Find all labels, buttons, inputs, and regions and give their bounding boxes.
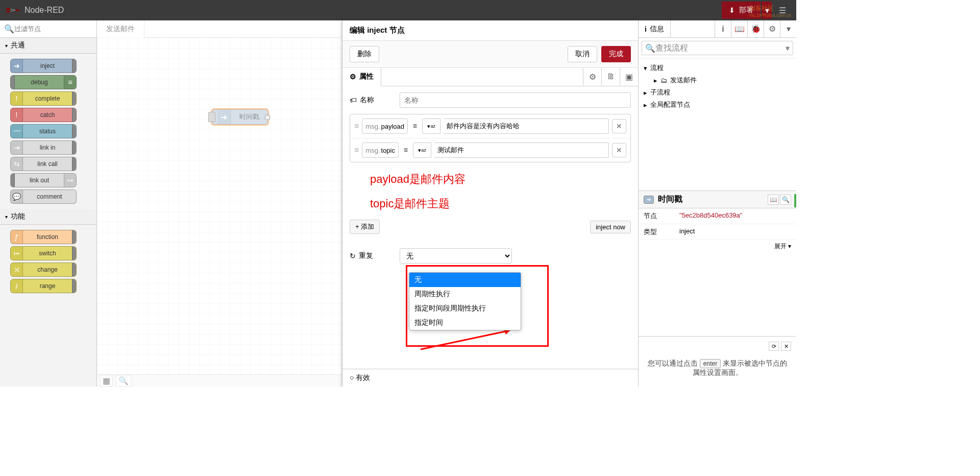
palette-category-common[interactable]: ▾共通 (0, 38, 96, 54)
dropdown-option[interactable]: 周期性执行 (409, 287, 521, 301)
palette-node-link-out[interactable]: link out↦ (10, 173, 77, 187)
function-icon: ƒ (11, 230, 23, 244)
description-icon[interactable]: 🗎 (601, 68, 620, 85)
add-row-button[interactable]: + 添加 (350, 220, 380, 234)
arrow-right-icon: ➔ (11, 59, 23, 73)
flow-icon: 🗂 (660, 77, 667, 84)
palette-node-debug[interactable]: debug≡ (10, 75, 77, 89)
msg-key-input[interactable]: msg.payload (362, 118, 408, 134)
appearance-icon[interactable]: ▣ (620, 68, 638, 85)
link-in-icon: ⇥ (11, 141, 23, 154)
dropdown-option[interactable]: 指定时间段周期性执行 (409, 301, 521, 316)
search-icon[interactable]: 🔍 (780, 195, 791, 205)
sidebar-tree: ▾流程 ▸🗂发送邮件 ▸子流程 ▸全局配置节点 (639, 59, 796, 114)
inject-now-button[interactable]: inject now (590, 221, 631, 233)
sidebar-search[interactable]: 🔍 查找流程▾ (642, 41, 793, 55)
drag-handle-icon[interactable]: ≡ (354, 146, 359, 155)
palette-node-status[interactable]: 〰status (10, 124, 77, 138)
close-icon[interactable]: ✕ (781, 342, 791, 351)
link-out-icon: ↦ (64, 174, 76, 187)
chevron-right-icon: ▸ (654, 77, 657, 84)
msg-key-input[interactable]: msg.topic (362, 142, 399, 158)
properties-tab[interactable]: ⚙属性 (342, 68, 381, 86)
sidebar: i 信息 i 📖 🐞 ⚙ ▾ 🔍 查找流程▾ ▾流程 ▸🗂发送邮件 ▸子流程 ▸… (638, 20, 796, 387)
scroll-indicator (794, 194, 796, 207)
comment-icon: 💬 (11, 190, 23, 203)
dropdown-option[interactable]: 无 (409, 273, 521, 287)
palette-node-comment[interactable]: 💬comment (10, 189, 77, 204)
palette-node-range[interactable]: ⅈrange (10, 279, 77, 293)
info-node-id: "5ec2b8d540ec639a" (679, 211, 791, 221)
tag-icon: 🏷 (350, 96, 357, 104)
gear-icon: ⚙ (350, 73, 356, 81)
dropdown-option[interactable]: 指定时间 (409, 316, 521, 330)
chevron-right-icon: ▸ (644, 101, 647, 109)
edit-panel: 编辑 inject 节点 删除 取消 完成 ⚙属性 ⚙ 🗎 ▣ 🏷名称 (342, 20, 638, 387)
name-label: 名称 (360, 96, 374, 105)
palette-node-inject[interactable]: ➔inject (10, 59, 77, 73)
tree-flows[interactable]: ▾流程 (644, 62, 791, 74)
repeat-dropdown: 无 周期性执行 指定时间段周期性执行 指定时间 (409, 272, 521, 330)
pulse-icon: 〰 (11, 125, 23, 138)
app-title: Node-RED (24, 6, 64, 15)
svg-line-3 (421, 330, 510, 349)
chevron-down-icon: ▾ (5, 43, 8, 49)
alert-icon: ! (11, 108, 23, 122)
palette-search[interactable]: 🔍 (0, 20, 96, 38)
palette-node-change[interactable]: ⤭change (10, 263, 77, 277)
help-icon[interactable]: 📖 (731, 20, 747, 37)
palette-node-switch[interactable]: ⤠switch (10, 246, 77, 260)
delete-button[interactable]: 删除 (350, 46, 379, 62)
chevron-down-icon: ▾ (644, 64, 647, 72)
help-icon[interactable]: 📖 (768, 195, 779, 205)
palette-node-catch[interactable]: !catch (10, 108, 77, 122)
palette-node-link-call[interactable]: ⇆link call (10, 157, 77, 171)
value-input[interactable] (434, 142, 609, 158)
edit-panel-title: 编辑 inject 节点 (342, 20, 638, 41)
delete-row-button[interactable]: ✕ (612, 143, 626, 157)
info-type-label: 类型 (644, 227, 679, 236)
palette-node-function[interactable]: ƒfunction (10, 230, 77, 244)
annotation-text: payload是邮件内容 (370, 172, 631, 187)
expand-link[interactable]: 展开 ▾ (639, 240, 796, 253)
refresh-icon[interactable]: ⟳ (769, 342, 779, 351)
switch-icon: ⤠ (11, 247, 23, 260)
repeat-select[interactable]: 无 (400, 248, 512, 264)
sidebar-tab-info[interactable]: i 信息 (639, 20, 671, 37)
debug-icon: ≡ (64, 76, 76, 89)
info-icon[interactable]: i (715, 20, 731, 37)
done-button[interactable]: 完成 (601, 46, 631, 62)
drag-handle-icon[interactable]: ≡ (354, 122, 359, 131)
tip-text: 您可以通过点击 enter 来显示被选中节点的属性设置画面。 (642, 353, 793, 384)
type-selector[interactable]: ▾ az (422, 118, 440, 134)
cancel-button[interactable]: 取消 (568, 46, 597, 62)
property-row: ≡ msg.payload = ▾ az ✕ (350, 114, 630, 138)
property-list: ≡ msg.payload = ▾ az ✕ ≡ msg.topic = ▾ a… (350, 114, 631, 162)
palette-filter-input[interactable] (14, 25, 97, 33)
svg-rect-0 (6, 8, 10, 10)
info-type-value: inject (679, 227, 791, 236)
debug-icon[interactable]: 🐞 (747, 20, 764, 37)
palette-node-link-in[interactable]: ⇥link in (10, 140, 77, 155)
more-icon[interactable]: ▾ (780, 20, 796, 37)
type-selector[interactable]: ▾ az (413, 142, 431, 158)
palette-node-complete[interactable]: !complete (10, 91, 77, 106)
node-type-icon: ➔ (644, 196, 654, 204)
valid-checkbox[interactable]: ○ 有效 (342, 369, 638, 387)
config-icon[interactable]: ⚙ (764, 20, 780, 37)
link-call-icon: ⇆ (11, 157, 23, 171)
palette: 🔍 ▾共通 ➔inject debug≡ !complete !catch 〰s… (0, 20, 97, 387)
tree-subflows[interactable]: ▸子流程 (644, 86, 791, 99)
chevron-down-icon: ▾ (5, 214, 8, 220)
tree-flow-item[interactable]: ▸🗂发送邮件 (644, 74, 791, 86)
gear-icon[interactable]: ⚙ (583, 68, 601, 85)
annotation-text: topic是邮件主题 (370, 196, 631, 211)
change-icon: ⤭ (11, 263, 23, 276)
tree-global-config[interactable]: ▸全局配置节点 (644, 99, 791, 111)
name-input[interactable] (400, 92, 631, 108)
value-input[interactable] (444, 118, 609, 134)
sidebar-node-title: 时间戳 (658, 194, 682, 205)
search-icon: 🔍 (4, 24, 14, 34)
palette-category-function[interactable]: ▾功能 (0, 209, 96, 225)
delete-row-button[interactable]: ✕ (612, 119, 626, 133)
